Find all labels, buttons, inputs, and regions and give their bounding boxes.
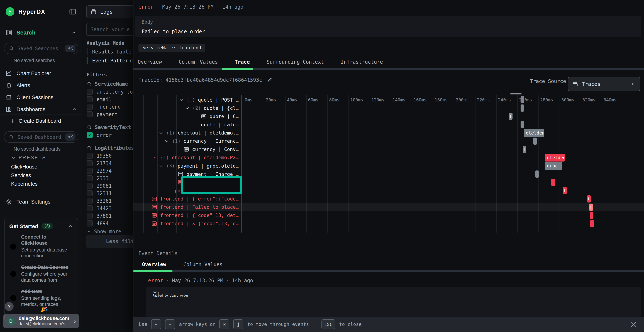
chevron-down-icon[interactable] bbox=[158, 130, 164, 136]
close-icon[interactable] bbox=[630, 321, 637, 328]
span-row[interactable]: (1)checkout | oteldemo.… bbox=[134, 129, 239, 137]
waterfall-resize-handle[interactable] bbox=[241, 95, 242, 232]
filter-option-22974[interactable]: 22974 bbox=[86, 167, 133, 174]
event-details-tab-column-values[interactable]: Column Values bbox=[183, 262, 222, 268]
tab-column-values[interactable]: Column Values bbox=[179, 59, 218, 65]
checkbox[interactable] bbox=[86, 104, 93, 110]
filter-search-icon[interactable] bbox=[86, 81, 92, 86]
collapse-sidebar-icon[interactable] bbox=[69, 8, 76, 16]
help-button[interactable]: ? bbox=[5, 302, 14, 311]
span-duration-bar[interactable] bbox=[533, 138, 537, 145]
checkbox[interactable] bbox=[86, 205, 93, 212]
checkbox[interactable] bbox=[86, 168, 93, 174]
span-duration-bar[interactable] bbox=[563, 187, 567, 194]
presets-toggle[interactable]: PRESETS bbox=[11, 155, 46, 160]
chevron-down-icon[interactable] bbox=[158, 163, 164, 168]
analysis-mode-event-patterns[interactable]: Event Patterns bbox=[86, 56, 133, 65]
tab-infrastructure[interactable]: Infrastructure bbox=[341, 59, 383, 65]
trace-source-select[interactable]: Traces bbox=[568, 77, 640, 91]
span-duration-bar[interactable] bbox=[551, 179, 555, 186]
chevron-up-icon[interactable] bbox=[71, 30, 76, 35]
chevron-down-icon[interactable] bbox=[152, 155, 158, 160]
user-menu[interactable]: D dale@clickhouse.com dale@clickhouse.co… bbox=[3, 314, 79, 328]
event-search-input[interactable]: Search your e bbox=[86, 23, 133, 36]
checkbox[interactable] bbox=[86, 160, 93, 166]
filter-option-33261[interactable]: 33261 bbox=[86, 197, 133, 205]
checkbox[interactable] bbox=[86, 220, 93, 226]
checkbox[interactable] bbox=[86, 213, 93, 219]
span-duration-bar[interactable] bbox=[523, 146, 526, 153]
span-row[interactable]: frontend | × {"code":13,"d… bbox=[134, 220, 239, 228]
span-row[interactable]: (1)currency | Currenc… bbox=[134, 137, 239, 145]
chevron-down-icon[interactable] bbox=[164, 139, 169, 144]
filter-option-19350[interactable]: 19350 bbox=[86, 152, 133, 160]
span-duration-bar[interactable] bbox=[520, 121, 524, 128]
filter-option-error[interactable]: error bbox=[86, 131, 133, 139]
span-duration-bar[interactable]: oteldem bbox=[545, 154, 565, 162]
filter-option-4894[interactable]: 4894 bbox=[86, 220, 133, 227]
span-row[interactable]: frontend | {"error":{"code… bbox=[134, 195, 239, 203]
checkbox[interactable] bbox=[86, 190, 93, 196]
checkbox[interactable] bbox=[86, 153, 93, 159]
filter-option-37801[interactable]: 37801 bbox=[86, 212, 133, 220]
show-more-button[interactable]: Show more bbox=[86, 227, 133, 236]
span-duration-bar[interactable] bbox=[520, 104, 524, 112]
filter-option-email[interactable]: email bbox=[86, 96, 133, 103]
edit-pencil-icon[interactable] bbox=[267, 77, 273, 83]
get-started-item-connect-to-clickhouse[interactable]: Connect to ClickHouseSet up your databas… bbox=[9, 234, 73, 259]
sidebar-item-alerts[interactable]: Alerts bbox=[0, 79, 82, 91]
sidebar-item-client-sessions[interactable]: Client Sessions bbox=[0, 91, 82, 103]
checkbox[interactable] bbox=[86, 96, 93, 102]
span-duration-bar[interactable] bbox=[535, 170, 539, 178]
checkbox[interactable] bbox=[86, 183, 93, 189]
sidebar-item-dashboards[interactable]: Dashboards bbox=[0, 103, 82, 115]
span-row[interactable]: (1)checkout | oteldemo.Pa… bbox=[134, 154, 239, 162]
tab-surrounding-context[interactable]: Surrounding Context bbox=[266, 59, 324, 65]
tab-trace[interactable]: Trace bbox=[235, 59, 250, 65]
filter-option-34423[interactable]: 34423 bbox=[86, 205, 133, 212]
get-started-item-add-data[interactable]: Add DataStart sending logs, metrics, or … bbox=[9, 288, 73, 307]
checkbox-checked[interactable] bbox=[86, 132, 93, 138]
span-row[interactable]: (2)quote | {cl… bbox=[134, 104, 239, 112]
span-duration-bar[interactable] bbox=[587, 195, 591, 202]
tab-overview[interactable]: Overview bbox=[138, 59, 162, 65]
chevron-down-icon[interactable] bbox=[179, 97, 184, 102]
saved-searches-input[interactable]: Saved Searches ⌘K bbox=[4, 42, 78, 54]
checkbox[interactable] bbox=[86, 111, 93, 117]
get-started-item-create-data-sources[interactable]: Create Data SourcesConfigure where your … bbox=[9, 264, 73, 283]
span-row[interactable]: frontend | {"code":13,"det… bbox=[134, 211, 239, 220]
event-details-tab-overview[interactable]: Overview bbox=[142, 262, 166, 268]
source-select-button[interactable]: Logs bbox=[86, 5, 133, 18]
span-row[interactable]: frontend | Failed to place… bbox=[134, 203, 239, 211]
span-duration-bar[interactable]: oteldem bbox=[524, 129, 544, 137]
checkbox[interactable] bbox=[86, 175, 93, 182]
filter-search-icon[interactable] bbox=[86, 124, 92, 130]
filter-option-artillery-loa[interactable]: artillery-loa bbox=[86, 88, 133, 96]
filter-search-icon[interactable] bbox=[86, 145, 92, 150]
filter-option-29081[interactable]: 29081 bbox=[86, 182, 133, 190]
filter-option-32311[interactable]: 32311 bbox=[86, 190, 133, 197]
sidebar-item-chart-explorer[interactable]: Chart Explorer bbox=[0, 67, 82, 79]
preset-item-clickhouse[interactable]: ClickHouse bbox=[11, 162, 76, 171]
filter-option-2333[interactable]: 2333 bbox=[86, 174, 133, 182]
chevron-up-icon[interactable] bbox=[68, 224, 73, 229]
search-section-header[interactable]: Search bbox=[5, 28, 76, 37]
less-filters-button[interactable]: Less filters bbox=[86, 235, 133, 248]
saved-dashboards-input[interactable]: Saved Dashboards ⌘K bbox=[4, 131, 78, 143]
service-name-chip[interactable]: ServiceName: frontend bbox=[138, 44, 205, 52]
checkbox[interactable] bbox=[86, 89, 93, 95]
chevron-down-icon[interactable] bbox=[184, 106, 190, 110]
span-duration-bar[interactable] bbox=[520, 96, 524, 104]
span-row[interactable]: quote | calc… bbox=[134, 120, 239, 128]
span-row[interactable]: currency | Conv… bbox=[134, 145, 239, 154]
span-duration-bar[interactable] bbox=[509, 113, 513, 120]
filter-option-21734[interactable]: 21734 bbox=[86, 160, 133, 167]
chevron-up-icon[interactable] bbox=[72, 106, 77, 112]
preset-item-services[interactable]: Services bbox=[11, 171, 76, 180]
span-row[interactable]: (3)payment | grpc.oteld… bbox=[134, 162, 239, 170]
span-row[interactable]: quote | C… bbox=[134, 112, 239, 120]
span-duration-bar[interactable] bbox=[589, 204, 593, 211]
span-row[interactable]: (1)quote | POST … bbox=[134, 96, 239, 104]
preset-item-kubernetes[interactable]: Kubernetes bbox=[11, 180, 76, 188]
filter-option-frontend[interactable]: frontend bbox=[86, 103, 133, 110]
